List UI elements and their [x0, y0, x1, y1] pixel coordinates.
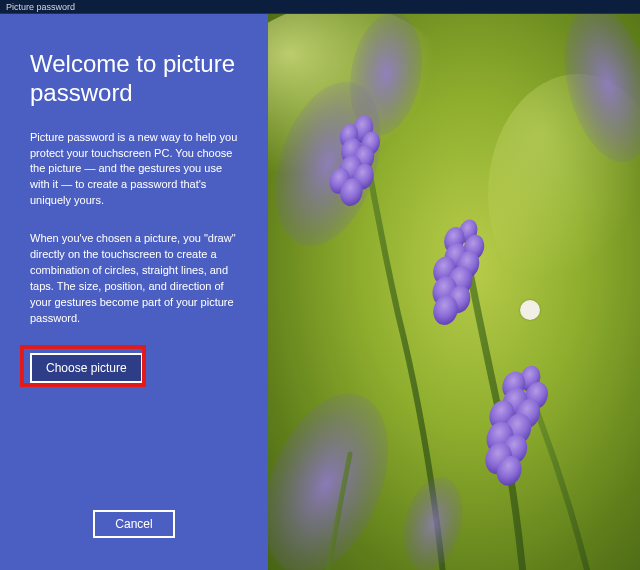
cancel-row: Cancel — [30, 510, 238, 542]
cancel-button[interactable]: Cancel — [93, 510, 174, 538]
gesture-cursor-dot — [520, 300, 540, 320]
left-panel: Welcome to picture password Picture pass… — [0, 14, 268, 570]
page-title: Welcome to picture password — [30, 50, 238, 108]
intro-paragraph-1: Picture password is a new way to help yo… — [30, 130, 238, 210]
window-title: Picture password — [6, 2, 75, 12]
titlebar: Picture password — [0, 0, 640, 14]
picture-preview-panel[interactable] — [268, 14, 640, 570]
choose-picture-wrap: Choose picture — [30, 353, 238, 383]
picture-password-window: Picture password Welcome to picture pass… — [0, 0, 640, 570]
intro-paragraph-2: When you've chosen a picture, you "draw"… — [30, 231, 238, 327]
spacer — [30, 383, 238, 510]
choose-picture-button[interactable]: Choose picture — [30, 353, 143, 383]
window-body: Welcome to picture password Picture pass… — [0, 14, 640, 570]
lavender-image — [268, 14, 640, 570]
